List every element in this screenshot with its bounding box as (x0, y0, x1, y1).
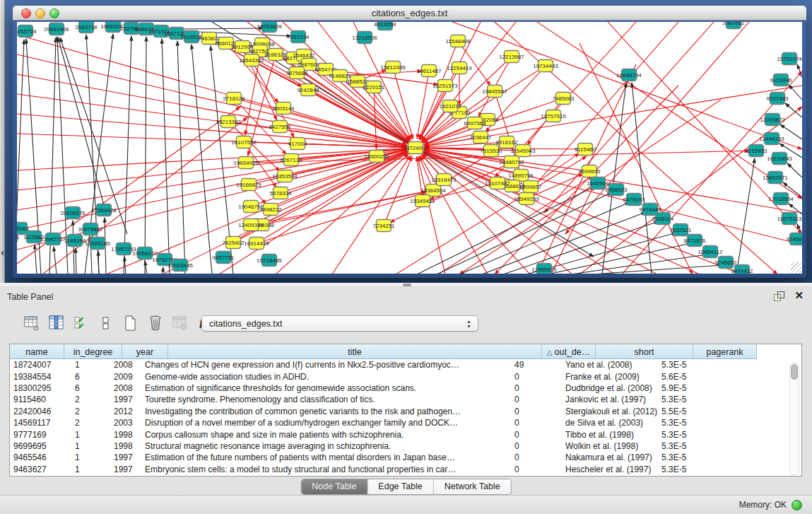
graph-node[interactable]: 11675313 (777, 213, 803, 225)
tab-network-table[interactable]: Network Table (434, 479, 511, 494)
graph-node[interactable]: 8316162 (495, 136, 518, 148)
graph-node[interactable]: 12093872 (760, 114, 785, 126)
column-header-short[interactable]: short (596, 344, 693, 359)
table-row[interactable]: 977716911998Corpus callosum shape and si… (10, 428, 801, 440)
tab-edge-table[interactable]: Edge Table (367, 479, 433, 494)
graph-node[interactable]: 8471676 (683, 235, 706, 247)
table-scrollbar[interactable] (789, 362, 799, 475)
graph-node[interactable]: 8813054 (374, 22, 396, 30)
row-height-icon[interactable] (97, 314, 115, 332)
graph-node[interactable]: 2663718 (75, 22, 98, 33)
graph-node[interactable]: 8958923 (605, 184, 628, 196)
svg-text:12965875: 12965875 (531, 267, 557, 273)
table-row[interactable]: 911546021997Tourette syndrome. Phenomeno… (10, 394, 801, 405)
graph-node[interactable]: 16353594 (272, 170, 298, 182)
create-column-icon[interactable] (122, 314, 140, 332)
table-selector-dropdown[interactable]: citations_edges.txt ▲▼ (201, 315, 478, 332)
column-header-outde[interactable]: △out_de… (542, 344, 596, 359)
graph-node[interactable]: 13218506 (352, 32, 377, 44)
node-table[interactable]: namein_degreeyeartitle△out_de…shortpager… (9, 344, 802, 477)
network-view-window[interactable]: citations_edges.txt 40557242069140626637… (13, 6, 806, 278)
graph-node[interactable]: 9474412 (731, 265, 753, 274)
column-header-indegree[interactable]: in_degree (64, 344, 122, 359)
graph-node[interactable]: 10654112 (698, 246, 724, 258)
graph-node[interactable]: 7632621 (669, 224, 692, 236)
svg-text:7515530: 7515530 (480, 148, 502, 154)
graph-node[interactable]: 20691406 (44, 23, 69, 35)
graph-node[interactable]: 9245012 (786, 233, 802, 245)
graph-node[interactable]: 16648794 (616, 69, 642, 81)
citation-graph[interactable]: 4055724206914062663718106532871527602646… (17, 22, 802, 274)
graph-node[interactable]: 11548408 (446, 35, 471, 47)
graph-node[interactable]: 4498222 (259, 204, 282, 216)
select-columns-icon[interactable] (47, 314, 66, 332)
graph-node[interactable]: 9115460 (575, 144, 596, 156)
graph-node[interactable]: 8215953 (745, 145, 767, 157)
graph-node[interactable]: 15812495 (380, 62, 406, 74)
graph-node[interactable]: 18053809 (257, 22, 282, 33)
divider-handle-icon[interactable] (403, 284, 411, 286)
column-header-year[interactable]: year (122, 344, 168, 359)
graph-node[interactable]: 9129946 (770, 74, 792, 86)
graph-node[interactable]: 7357234 (287, 31, 310, 43)
filter-rows-icon[interactable]: ✔✔ (72, 314, 90, 332)
network-canvas[interactable]: 4055724206914062663718106532871527602646… (17, 22, 802, 274)
graph-node[interactable]: 1145194 (64, 235, 86, 247)
graph-node[interactable]: 12213987 (499, 51, 524, 63)
graph-node[interactable]: 15751074 (777, 53, 802, 65)
graph-node[interactable]: 16914479 (244, 238, 269, 250)
tab-node-table[interactable]: Node Table (301, 479, 367, 494)
graph-node[interactable]: 9699695 (578, 165, 601, 177)
close-panel-icon[interactable]: ✕ (794, 289, 804, 302)
graph-node[interactable]: 15716485 (257, 255, 282, 267)
table-scrollbar-thumb[interactable] (791, 364, 798, 380)
window-titlebar[interactable]: citations_edges.txt (13, 6, 806, 21)
graph-node[interactable]: 13213382 (216, 116, 241, 128)
graph-node[interactable]: 2036447 (469, 132, 492, 144)
graph-node[interactable]: 18757515 (541, 110, 566, 122)
table-options-icon[interactable]: ⚙ (23, 314, 41, 332)
graph-node[interactable]: 16210643 (767, 153, 792, 165)
column-header-title[interactable]: title (168, 344, 542, 359)
svg-text:9699695: 9699695 (578, 168, 601, 175)
graph-node[interactable]: 12965875 (531, 264, 557, 274)
panel-collapse-strip[interactable] (0, 0, 5, 283)
collapse-arrow-icon[interactable] (1, 250, 4, 256)
graph-node[interactable]: 7485083 (552, 93, 575, 105)
graph-node[interactable]: 5578334 (269, 187, 292, 199)
table-row[interactable]: 2242004622012Investigating the contribut… (10, 406, 801, 417)
graph-node[interactable]: 9245652 (714, 257, 737, 269)
graph-node[interactable]: 15892971 (763, 172, 788, 184)
graph-node[interactable]: 20206576 (60, 207, 86, 219)
graph-node[interactable]: 19734493 (533, 60, 558, 72)
column-header-pagerank[interactable]: pagerank (693, 344, 757, 359)
float-panel-icon[interactable] (774, 291, 784, 300)
graph-node[interactable]: 2718126 (223, 93, 245, 105)
graph-node[interactable]: 8267130 (280, 154, 302, 166)
table-row[interactable]: 1830029562008Estimation of significance … (10, 382, 801, 394)
column-header-name[interactable]: name (10, 344, 64, 359)
svg-text:12213987: 12213987 (499, 54, 524, 60)
graph-node[interactable]: 9227343 (766, 93, 789, 105)
graph-node[interactable]: 17016504 (768, 193, 794, 205)
graph-node[interactable]: 417004 (288, 138, 307, 150)
graph-node[interactable]: 8220151 (363, 81, 385, 93)
graph-node[interactable]: 2087652 (722, 22, 745, 29)
table-row[interactable]: 1872400712008Changes of HCN gene express… (10, 359, 801, 370)
table-row[interactable]: 969969511998Structural magnetic resonanc… (10, 440, 801, 452)
graph-node[interactable]: 16251573 (433, 80, 458, 92)
graph-node[interactable]: 12254419 (447, 62, 472, 74)
delete-columns-icon[interactable] (146, 314, 165, 332)
graph-node[interactable]: 2935114 (652, 213, 674, 225)
graph-node[interactable]: 19611487 (417, 65, 442, 77)
svg-text:391541: 391541 (17, 234, 20, 240)
table-row[interactable]: 946554611997Estimation of the future num… (10, 452, 801, 463)
graph-node[interactable]: 4055724 (17, 25, 37, 37)
resize-grip-icon[interactable] (791, 262, 801, 273)
graph-node[interactable]: 6479197 (623, 194, 645, 206)
table-row[interactable]: 1456911722003Disruption of a novel membe… (10, 417, 801, 428)
graph-node[interactable]: 12444193 (759, 133, 784, 145)
table-row[interactable]: 946362711997Embryonic stem cells: a mode… (10, 464, 801, 475)
graph-node[interactable]: 10845547 (482, 86, 507, 98)
table-row[interactable]: 1938455462009Genome-wide association stu… (10, 370, 801, 382)
